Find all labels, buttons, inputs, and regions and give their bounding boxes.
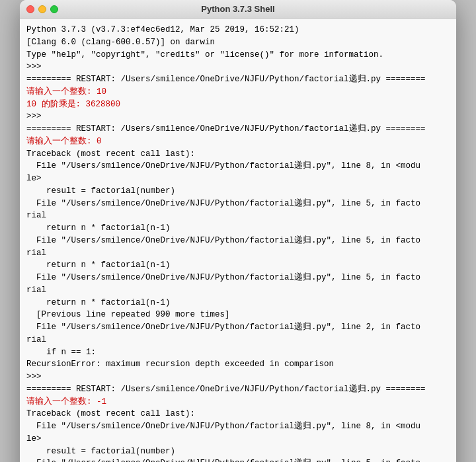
terminal-line: rial — [26, 334, 450, 346]
terminal-line: File "/Users/smilence/OneDrive/NJFU/Pyth… — [26, 457, 450, 462]
terminal-line: le> — [26, 433, 450, 445]
terminal-line: >>> — [26, 371, 450, 383]
terminal-line: 10 的阶乘是: 3628800 — [26, 98, 450, 111]
maximize-button[interactable] — [50, 5, 58, 13]
terminal-line: result = factorial(number) — [26, 445, 450, 458]
terminal-line: Traceback (most recent call last): — [26, 408, 450, 420]
terminal-line: File "/Users/smilence/OneDrive/NJFU/Pyth… — [26, 160, 450, 173]
titlebar: Python 3.7.3 Shell — [20, 0, 456, 19]
terminal-line: [Previous line repeated 990 more times] — [26, 309, 450, 321]
terminal-line: ========= RESTART: /Users/smilence/OneDr… — [26, 123, 450, 135]
terminal-line: rial — [26, 247, 450, 260]
terminal-line: 请输入一个整数: -1 — [26, 396, 450, 408]
terminal-line: >>> — [26, 110, 450, 123]
python-shell-window: Python 3.7.3 Shell Python 3.7.3 (v3.7.3:… — [20, 0, 456, 462]
terminal-line: if n == 1: — [26, 346, 450, 359]
terminal-line: return n * factorial(n-1) — [26, 222, 450, 235]
close-button[interactable] — [26, 5, 34, 13]
terminal-line: [Clang 6.0 (clang-600.0.57)] on darwin — [26, 36, 450, 49]
terminal-line: return n * factorial(n-1) — [26, 297, 450, 309]
minimize-button[interactable] — [38, 5, 46, 13]
terminal-line: File "/Users/smilence/OneDrive/NJFU/Pyth… — [26, 198, 450, 210]
terminal-line: RecursionError: maximum recursion depth … — [26, 358, 450, 371]
terminal-line: 请输入一个整数: 10 — [26, 86, 450, 98]
terminal-line: 请输入一个整数: 0 — [26, 135, 450, 148]
terminal-line: Type "help", "copyright", "credits" or "… — [26, 49, 450, 61]
traffic-lights — [26, 5, 58, 13]
terminal-line: ========= RESTART: /Users/smilence/OneDr… — [26, 73, 450, 86]
terminal-line: File "/Users/smilence/OneDrive/NJFU/Pyth… — [26, 321, 450, 334]
terminal-output[interactable]: Python 3.7.3 (v3.7.3:ef4ec6ed12, Mar 25 … — [20, 19, 456, 462]
terminal-line: Python 3.7.3 (v3.7.3:ef4ec6ed12, Mar 25 … — [26, 24, 450, 36]
terminal-line: rial — [26, 284, 450, 297]
terminal-line: ========= RESTART: /Users/smilence/OneDr… — [26, 383, 450, 396]
terminal-line: return n * factorial(n-1) — [26, 259, 450, 272]
terminal-line: >>> — [26, 61, 450, 73]
terminal-line: le> — [26, 173, 450, 185]
terminal-line: result = factorial(number) — [26, 185, 450, 198]
terminal-line: File "/Users/smilence/OneDrive/NJFU/Pyth… — [26, 272, 450, 284]
window-title: Python 3.7.3 Shell — [201, 4, 274, 14]
terminal-line: File "/Users/smilence/OneDrive/NJFU/Pyth… — [26, 420, 450, 433]
terminal-line: rial — [26, 210, 450, 222]
terminal-line: File "/Users/smilence/OneDrive/NJFU/Pyth… — [26, 235, 450, 247]
terminal-line: Traceback (most recent call last): — [26, 148, 450, 161]
